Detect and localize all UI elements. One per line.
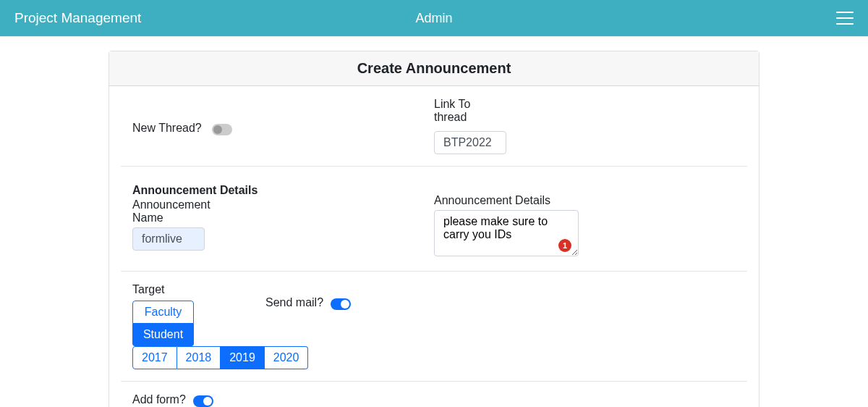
- send-mail-toggle[interactable]: [331, 298, 351, 310]
- notification-badge: 1: [558, 239, 571, 252]
- target-role-student[interactable]: Student: [132, 324, 194, 346]
- nav-center-label[interactable]: Admin: [415, 11, 452, 26]
- target-label: Target: [132, 283, 265, 296]
- announcement-details-label: Announcement Details: [434, 194, 736, 207]
- announcement-name-label: Announcement Name: [132, 198, 226, 225]
- link-to-thread-label: Link To thread: [434, 98, 485, 124]
- target-year-2017[interactable]: 2017: [132, 346, 177, 369]
- create-announcement-card: Create Announcement New Thread? Link To …: [109, 51, 760, 407]
- target-role-group: Faculty Student: [132, 301, 194, 346]
- hamburger-icon[interactable]: [836, 12, 854, 25]
- announcement-name-input[interactable]: [132, 227, 205, 251]
- send-mail-label: Send mail?: [265, 296, 323, 309]
- new-thread-label: New Thread?: [132, 122, 202, 135]
- target-year-group: 2017 2018 2019 2020: [132, 346, 265, 369]
- announcement-details-heading: Announcement Details: [132, 184, 434, 197]
- target-year-2018[interactable]: 2018: [177, 346, 221, 369]
- add-form-label: Add form?: [132, 393, 186, 406]
- nav-brand[interactable]: Project Management: [14, 10, 141, 26]
- card-title: Create Announcement: [109, 51, 759, 86]
- announcement-details-textarea[interactable]: [434, 210, 579, 256]
- add-form-toggle[interactable]: [193, 395, 213, 407]
- new-thread-toggle[interactable]: [212, 124, 232, 135]
- target-role-faculty[interactable]: Faculty: [132, 301, 194, 324]
- navbar: Project Management Admin: [0, 0, 868, 36]
- link-to-thread-input[interactable]: [434, 131, 506, 154]
- target-year-2019[interactable]: 2019: [221, 346, 265, 369]
